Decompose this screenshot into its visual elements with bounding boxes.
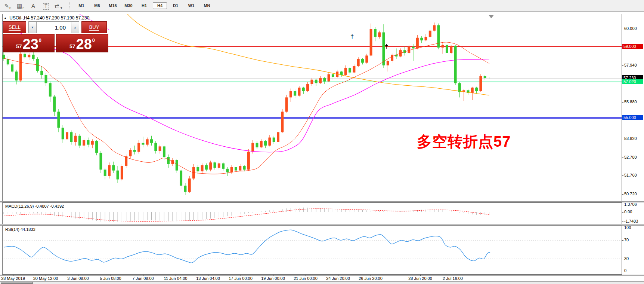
candle-body — [32, 55, 35, 59]
candle-body — [264, 141, 267, 146]
axis-tick — [622, 29, 623, 29]
axis-tick — [622, 228, 623, 228]
candle-body — [387, 61, 389, 65]
candle-body — [454, 46, 457, 83]
panel-splitter[interactable] — [0, 224, 644, 226]
draw-crayon-icon[interactable]: ✎E — [3, 1, 13, 10]
candle-body — [277, 132, 279, 142]
date-axis-tick — [453, 275, 453, 276]
one-click-trading-panel: SELL ▼ ▲ BUY — [3, 21, 107, 33]
date-axis-tick — [273, 275, 273, 276]
price-axis-label: 60.000 — [624, 26, 637, 31]
rsi-axis-label: 100 — [624, 225, 631, 230]
price-axis-label: 57.940 — [624, 63, 637, 67]
rsi-canvas[interactable] — [2, 226, 622, 275]
date-axis-label: 13 Jun 04:00 — [196, 276, 220, 281]
candle-body — [87, 140, 90, 145]
axis-tick — [622, 205, 623, 205]
arrow-marker[interactable]: † — [385, 43, 388, 50]
chart-shift-marker-icon[interactable] — [489, 15, 494, 18]
sell-button[interactable]: SELL — [3, 21, 26, 33]
candle-body — [344, 68, 347, 75]
candle-body — [251, 143, 254, 152]
candle-body — [374, 29, 377, 37]
date-axis-label: 5 Jun 08:00 — [100, 276, 121, 281]
grid-snap-icon[interactable]: ▦F — [16, 1, 25, 10]
date-axis-tick — [143, 275, 143, 276]
candle-body — [458, 83, 461, 92]
timeframe-button-h1[interactable]: H1 — [137, 2, 151, 9]
axis-tick — [622, 139, 623, 139]
candle-body — [471, 88, 474, 93]
date-axis-tick — [371, 275, 371, 276]
volume-increase-button[interactable]: ▲ — [71, 21, 79, 33]
timeframe-button-w1[interactable]: W1 — [184, 2, 198, 9]
date-axis-label: 11 Jun 04:00 — [164, 276, 188, 281]
candle-body — [365, 55, 368, 62]
candle-body — [315, 80, 318, 83]
candle-body — [24, 54, 26, 58]
text-label-icon[interactable]: A — [28, 1, 38, 10]
candle-body — [323, 78, 326, 82]
candle-body — [488, 78, 490, 78]
candle-body — [117, 171, 119, 180]
timeframe-button-m15[interactable]: M15 — [106, 2, 120, 9]
candle-body — [420, 38, 423, 40]
candle-body — [180, 171, 182, 186]
text-box-icon[interactable]: T — [41, 1, 51, 10]
candle-body — [230, 167, 233, 172]
axis-tick — [622, 222, 623, 222]
volume-input[interactable] — [37, 21, 71, 33]
candle-body — [319, 78, 322, 83]
candle-body — [353, 66, 355, 73]
timeframe-button-m1[interactable]: M1 — [74, 2, 89, 9]
macd-label: MACD(12,26,9) -0.4807 -0.4392 — [5, 204, 64, 208]
panel-splitter — [0, 275, 644, 276]
date-axis-label: 21 Jun 00:00 — [294, 276, 318, 281]
panel-splitter[interactable] — [0, 201, 644, 202]
arrow-marker[interactable]: † — [350, 33, 354, 40]
candle-body — [218, 164, 220, 168]
candle-body — [294, 91, 296, 96]
date-axis-tick — [78, 275, 78, 276]
candle-body — [247, 152, 250, 170]
candle-body — [159, 146, 161, 151]
price-axis-label: 55.880 — [624, 100, 637, 104]
collapse-triangle-icon[interactable]: ▲ — [4, 16, 7, 20]
candle-body — [15, 71, 18, 80]
cycle-arrows-icon[interactable]: ⇄▼ — [54, 1, 64, 10]
candle-body — [416, 38, 419, 49]
candle-body — [256, 143, 258, 147]
date-axis-tick — [13, 275, 13, 276]
date-axis-tick — [176, 275, 176, 276]
axis-tick — [622, 65, 623, 66]
candle-body — [357, 59, 360, 66]
timeframe-button-mn[interactable]: MN — [200, 2, 214, 9]
macd-axis-label: -1.7483 — [624, 219, 638, 223]
date-axis-label: 30 May 12:00 — [33, 276, 58, 281]
timeframe-button-m30[interactable]: M30 — [121, 2, 136, 9]
candle-body — [306, 84, 309, 91]
horizontal-scrollbar[interactable] — [0, 281, 644, 284]
timeframe-button-h4[interactable]: H4 — [153, 2, 167, 9]
candle-body — [104, 170, 106, 176]
date-axis-label: 24 Jun 20:00 — [326, 276, 350, 281]
candle-body — [328, 74, 330, 81]
macd-axis-label: 0.00 — [624, 210, 632, 214]
candle-body — [150, 139, 153, 143]
candle-body — [146, 139, 149, 144]
timeframe-button-d1[interactable]: D1 — [168, 2, 183, 9]
scrollbar-slider[interactable] — [1, 282, 33, 284]
macd-canvas[interactable] — [2, 202, 622, 224]
buy-price-box[interactable]: 57 28 0 — [56, 34, 108, 52]
buy-button[interactable]: BUY — [81, 21, 107, 33]
chart-text-annotation: 多空转折点57 — [417, 131, 511, 152]
sell-price-box[interactable]: 57 23 0 — [3, 34, 55, 52]
candle-body — [133, 150, 136, 152]
timeframe-button-m5[interactable]: M5 — [90, 2, 104, 9]
candle-body — [446, 45, 448, 53]
date-axis-label: 26 Jun 20:00 — [359, 276, 383, 281]
candle-body — [340, 71, 343, 75]
volume-decrease-button[interactable]: ▼ — [28, 21, 37, 33]
ma-fast-line — [4, 42, 489, 174]
